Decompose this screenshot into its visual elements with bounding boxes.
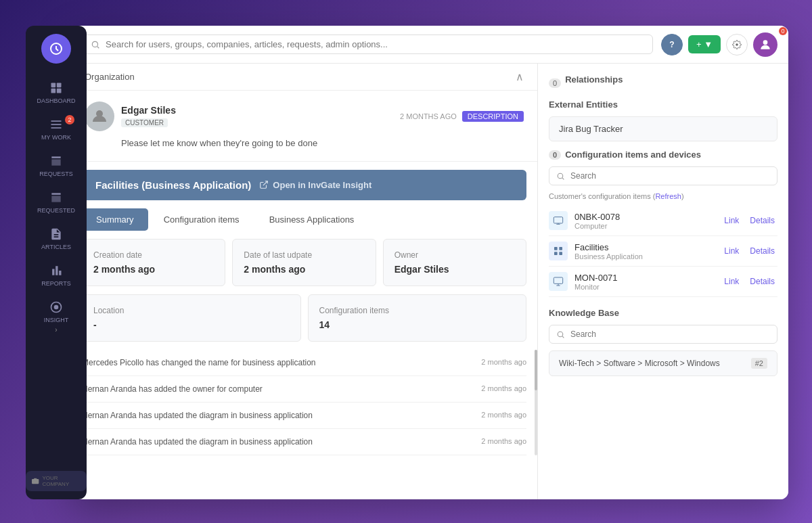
comment-role: CUSTOMER: [121, 118, 168, 127]
kb-search-icon: [556, 330, 565, 339]
sidebar-item-requests[interactable]: REQUESTS: [26, 147, 87, 184]
sidebar-item-insight[interactable]: INSIGHT ›: [26, 294, 87, 340]
summary-grid-row2: Location - Configuration items 14: [71, 294, 537, 342]
user-avatar[interactable]: [753, 32, 777, 57]
svg-point-9: [54, 305, 59, 310]
main-area: ? + ▼ 0 Organization ∧: [71, 26, 788, 499]
ci-search-input[interactable]: [570, 171, 770, 181]
facilities-header: Facilities (Business Application) Open i…: [82, 170, 526, 200]
svg-rect-19: [554, 217, 562, 223]
sidebar-item-dashboard[interactable]: DASHBOARD: [26, 74, 87, 111]
ci-monitor-svg: [553, 276, 564, 287]
settings-icon: [732, 40, 742, 49]
location-card: Location -: [82, 294, 301, 342]
ci-item-info: 0NBK-0078 Computer: [574, 212, 715, 230]
ci-item-facilities: Facilities Business Application Link Det…: [549, 236, 777, 267]
company-icon: [31, 476, 39, 486]
home-icon: [49, 81, 63, 95]
comment-body: Please let me know when they're going to…: [85, 137, 524, 150]
scroll-indicator: [535, 350, 537, 455]
ci-link-button[interactable]: Link: [721, 214, 742, 227]
org-bar: Organization ∧: [71, 64, 537, 91]
help-button[interactable]: ?: [661, 34, 683, 55]
sidebar: DASHBOARD 2 MY WORK REQUESTS REQUESTED A…: [26, 26, 87, 499]
facilities-title: Facilities (Business Application): [95, 179, 251, 191]
sidebar-item-requested[interactable]: REQUESTED: [26, 184, 87, 221]
comment-header: Edgar Stiles CUSTOMER 2 MONTHS AGO DESCR…: [85, 101, 524, 131]
app-icon: [549, 242, 568, 260]
tab-business-apps[interactable]: Business Applications: [255, 208, 369, 231]
topbar: ? + ▼ 0: [71, 26, 788, 64]
articles-icon: [49, 227, 63, 241]
ci-search[interactable]: [549, 166, 777, 185]
computer-icon: [549, 211, 568, 230]
ci-computer-svg: [553, 215, 564, 226]
comment-tag: DESCRIPTION: [462, 111, 524, 122]
kb-search-input[interactable]: [570, 329, 770, 339]
tab-bar: Summary Configuration items Business App…: [71, 208, 537, 231]
user-icon: [759, 38, 772, 51]
activity-item: Hernan Aranda has added the owner for co…: [82, 376, 526, 403]
svg-line-12: [97, 46, 99, 48]
ci-link-button[interactable]: Link: [721, 245, 742, 257]
ci-item-actions: Link Details: [721, 275, 777, 288]
ci-item-actions: Link Details: [721, 214, 777, 227]
ci-details-button[interactable]: Details: [747, 214, 777, 227]
ci-link-button[interactable]: Link: [721, 275, 742, 288]
relationships-section: 0 Relationships: [549, 74, 777, 91]
ci-details-button[interactable]: Details: [747, 245, 777, 257]
ci-section: 0 Configuration items and devices Custom…: [549, 150, 777, 297]
activity-item: Hernan Aranda has updated the diagram in…: [82, 429, 526, 455]
ci-refresh-link[interactable]: Refresh: [655, 192, 681, 200]
last-update-card: Date of last udpate 2 months ago: [232, 239, 376, 286]
svg-rect-22: [554, 247, 558, 250]
external-link-icon: [259, 180, 269, 189]
ci-subtitle: Customer's configuration items (Refresh): [549, 192, 777, 200]
monitor-icon: [549, 272, 568, 291]
kb-search[interactable]: [549, 325, 777, 344]
customer-avatar: [85, 101, 114, 131]
topbar-actions: ? + ▼ 0: [661, 32, 777, 57]
requests-icon: [49, 154, 63, 168]
comment-meta: 2 MONTHS AGO DESCRIPTION: [400, 111, 524, 122]
search-icon: [91, 40, 100, 49]
svg-rect-10: [32, 479, 39, 484]
ci-details-button[interactable]: Details: [747, 275, 777, 288]
svg-rect-7: [51, 127, 62, 129]
ci-count: 0: [549, 150, 561, 160]
comment-area: Edgar Stiles CUSTOMER 2 MONTHS AGO DESCR…: [71, 91, 537, 162]
scroll-thumb[interactable]: [535, 350, 537, 390]
svg-rect-5: [51, 120, 62, 122]
add-button[interactable]: + ▼: [688, 35, 721, 53]
svg-rect-25: [559, 252, 562, 255]
tab-config-items[interactable]: Configuration items: [150, 208, 254, 231]
search-input[interactable]: [106, 39, 644, 49]
ci-item-monitor: MON-0071 Monitor Link Details: [549, 267, 777, 297]
sidebar-logo[interactable]: [41, 34, 71, 64]
kb-title: Knowledge Base: [549, 308, 777, 318]
avatar-icon: [91, 108, 108, 124]
sidebar-item-reports[interactable]: REPORTS: [26, 257, 87, 294]
sidebar-item-articles[interactable]: ARTICLES: [26, 221, 87, 257]
company-logo[interactable]: YOUR COMPANY: [26, 471, 87, 491]
ci-item-info: Facilities Business Application: [574, 242, 715, 260]
comment-author: Edgar Stiles: [121, 105, 393, 116]
collapse-button[interactable]: ∧: [516, 70, 524, 83]
left-panel: Organization ∧ Edgar Stiles CUSTOMER: [71, 64, 538, 499]
requested-icon: [49, 191, 63, 204]
svg-point-17: [558, 173, 563, 179]
ci-item-actions: Link Details: [721, 245, 777, 257]
sidebar-bottom: YOUR COMPANY: [26, 471, 87, 491]
svg-rect-6: [51, 124, 62, 125]
sidebar-item-my-work[interactable]: 2 MY WORK: [26, 111, 87, 147]
owner-card: Owner Edgar Stiles: [383, 239, 526, 286]
ci-section-title: 0 Configuration items and devices: [549, 150, 777, 160]
ci-item-info: MON-0071 Monitor: [574, 273, 715, 291]
settings-button[interactable]: 0: [726, 34, 748, 55]
svg-line-18: [562, 177, 564, 179]
my-work-badge: 2: [65, 115, 74, 124]
search-container[interactable]: [82, 35, 653, 54]
ci-app-svg: [553, 246, 564, 256]
open-insight-link[interactable]: Open in InvGate Insight: [259, 180, 371, 190]
tab-summary[interactable]: Summary: [82, 208, 148, 231]
